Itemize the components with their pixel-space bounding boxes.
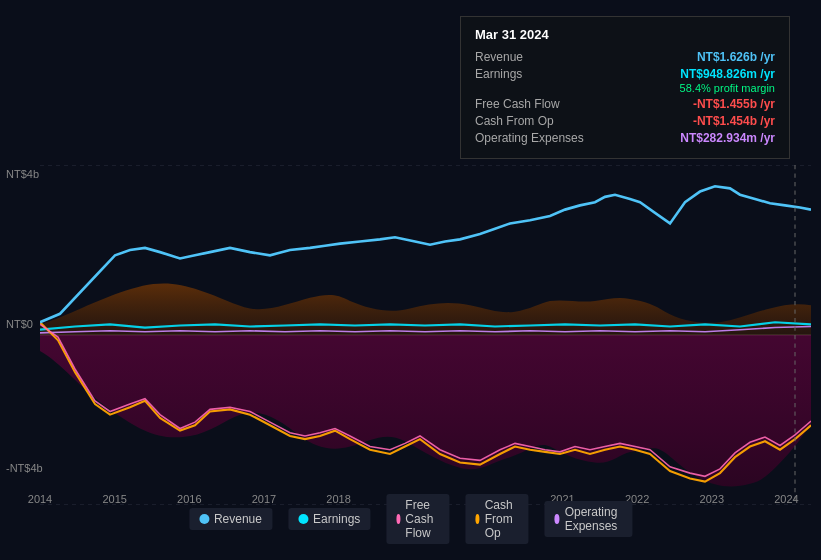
cfo-dot bbox=[475, 514, 479, 524]
x-label-2023: 2023 bbox=[700, 493, 724, 505]
legend-revenue-label: Revenue bbox=[214, 512, 262, 526]
tooltip-panel: Mar 31 2024 Revenue NT$1.626b /yr Earnin… bbox=[460, 16, 790, 159]
chart-svg bbox=[40, 165, 811, 505]
y-label-zero: NT$0 bbox=[6, 318, 33, 330]
legend-cfo-label: Cash From Op bbox=[485, 498, 519, 540]
opex-dot bbox=[554, 514, 559, 524]
chart-area bbox=[40, 165, 811, 505]
opex-label: Operating Expenses bbox=[475, 131, 584, 145]
legend-fcf[interactable]: Free Cash Flow bbox=[386, 494, 449, 544]
legend-earnings[interactable]: Earnings bbox=[288, 508, 370, 530]
cfo-value: -NT$1.454b /yr bbox=[693, 114, 775, 128]
revenue-label: Revenue bbox=[475, 50, 523, 64]
legend-opex-label: Operating Expenses bbox=[565, 505, 622, 533]
fcf-value: -NT$1.455b /yr bbox=[693, 97, 775, 111]
earnings-value: NT$948.826m /yr bbox=[680, 67, 775, 81]
legend-cfo[interactable]: Cash From Op bbox=[465, 494, 528, 544]
x-label-2015: 2015 bbox=[102, 493, 126, 505]
revenue-dot bbox=[199, 514, 209, 524]
profit-margin: 58.4% profit margin bbox=[475, 82, 775, 94]
x-label-2014: 2014 bbox=[28, 493, 52, 505]
opex-row: Operating Expenses NT$282.934m /yr bbox=[475, 131, 775, 145]
revenue-value: NT$1.626b /yr bbox=[697, 50, 775, 64]
y-label-top: NT$4b bbox=[6, 168, 39, 180]
legend-opex[interactable]: Operating Expenses bbox=[544, 501, 632, 537]
earnings-label: Earnings bbox=[475, 67, 522, 81]
chart-legend: Revenue Earnings Free Cash Flow Cash Fro… bbox=[189, 494, 632, 544]
legend-revenue[interactable]: Revenue bbox=[189, 508, 272, 530]
legend-earnings-label: Earnings bbox=[313, 512, 360, 526]
y-label-bottom: -NT$4b bbox=[6, 462, 43, 474]
opex-value: NT$282.934m /yr bbox=[680, 131, 775, 145]
fcf-dot bbox=[396, 514, 400, 524]
earnings-row: Earnings NT$948.826m /yr bbox=[475, 67, 775, 81]
tooltip-date: Mar 31 2024 bbox=[475, 27, 775, 42]
cfo-row: Cash From Op -NT$1.454b /yr bbox=[475, 114, 775, 128]
fcf-row: Free Cash Flow -NT$1.455b /yr bbox=[475, 97, 775, 111]
earnings-dot bbox=[298, 514, 308, 524]
cfo-label: Cash From Op bbox=[475, 114, 554, 128]
fcf-label: Free Cash Flow bbox=[475, 97, 560, 111]
revenue-row: Revenue NT$1.626b /yr bbox=[475, 50, 775, 64]
x-label-2024: 2024 bbox=[774, 493, 798, 505]
legend-fcf-label: Free Cash Flow bbox=[405, 498, 439, 540]
